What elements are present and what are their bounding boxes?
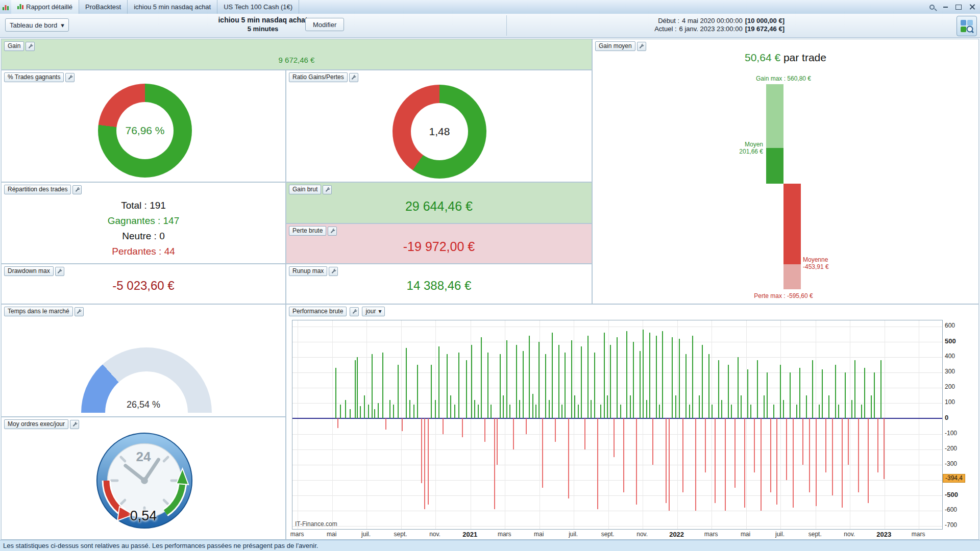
app-icon	[0, 0, 11, 14]
time-in-market-value: 26,54 %	[2, 399, 285, 410]
panel-gainbrut-label: Gain brut	[289, 185, 321, 194]
panel-repartition-header: Répartition des trades	[4, 185, 82, 194]
average-loss-label: Moyenne-453,91 €	[803, 256, 829, 270]
winning-trades-percentage: 76,96 %	[98, 84, 192, 178]
clock-24-badge: 24	[2, 449, 285, 465]
tab-label: US Tech 100 Cash (1€)	[224, 3, 292, 11]
panel-perf-header: Performance brute jour ▾	[289, 307, 385, 316]
average-gain-value: 50,64 €	[745, 52, 780, 63]
wrench-settings-icon[interactable]	[328, 227, 337, 236]
tab-probacktest[interactable]: ProBacktest	[79, 0, 128, 14]
start-label: Début :	[653, 17, 679, 25]
panel-runup-header: Runup max	[289, 266, 338, 276]
performance-x-axis: marsmaijuil.sept.nov.2021marsmaijuil.sep…	[292, 531, 942, 539]
maximize-button[interactable]	[953, 3, 964, 12]
wrench-settings-icon[interactable]	[329, 267, 338, 276]
panel-gain-label: Gain	[4, 41, 24, 51]
panel-perte-brute: Perte brute -19 972,00 €	[286, 223, 592, 264]
panel-repartition-trades: Répartition des trades Total : 191 Gagna…	[1, 182, 286, 264]
wrench-settings-icon[interactable]	[323, 185, 332, 194]
period-select[interactable]: jour ▾	[362, 307, 385, 316]
wrench-settings-icon[interactable]	[26, 42, 35, 51]
panel-runup-label: Runup max	[289, 266, 327, 276]
panel-moyordres-label: Moy ordres exec/jour	[4, 419, 68, 429]
performance-bar-chart: IT-Finance.com	[292, 320, 943, 530]
wrench-settings-icon[interactable]	[350, 307, 359, 316]
current-label: Actuel :	[650, 25, 677, 33]
losing-trades: Perdantes : 44	[2, 244, 285, 259]
panel-moyordres-header: Moy ordres exec/jour	[4, 419, 79, 429]
panel-runup-max: Runup max 14 388,46 €	[286, 264, 592, 304]
start-amount: [10 000,00 €]	[745, 17, 785, 25]
current-value-highlight: -394,4	[943, 474, 965, 483]
neutral-trades: Neutre : 0	[2, 229, 285, 244]
wrench-settings-icon[interactable]	[72, 185, 82, 194]
panel-pertebrute-header: Perte brute	[289, 226, 337, 236]
panel-ratio-gains-pertes: Ratio Gains/Pertes 1,48	[286, 70, 592, 182]
waterfall-average-loss-bar	[783, 184, 801, 264]
panel-pct-header: % Trades gagnants	[4, 72, 75, 82]
average-gain-title: 50,64 € par trade	[593, 52, 978, 64]
performance-y-axis: 6005004003002001000-100-200-300-500-600-…	[945, 305, 976, 540]
wrench-settings-icon[interactable]	[349, 73, 358, 82]
panel-drawdown-max: Drawdown max -5 023,60 €	[1, 264, 286, 304]
panel-gain-brut: Gain brut 29 644,46 €	[286, 182, 592, 223]
watermark: IT-Finance.com	[295, 520, 337, 528]
detach-pin-icon[interactable]	[927, 3, 937, 12]
wrench-settings-icon[interactable]	[637, 42, 646, 51]
max-runup-value: 14 388,46 €	[286, 279, 592, 293]
current-datetime: 6 janv. 2023 23:00:00	[679, 25, 743, 33]
wrench-settings-icon[interactable]	[70, 420, 79, 429]
tab-rapport-detaille[interactable]: Rapport détaillé	[11, 0, 79, 14]
panel-drawdown-label: Drawdown max	[4, 266, 54, 276]
tab-label: Rapport détaillé	[26, 3, 72, 11]
panel-gainbrut-header: Gain brut	[289, 185, 332, 194]
gain-loss-ratio-value: 1,48	[393, 85, 486, 179]
wrench-settings-icon[interactable]	[75, 307, 84, 316]
account-info: Début : 4 mai 2020 00:00:00 [10 000,00 €…	[650, 17, 785, 33]
gain-max-label: Gain max : 560,80 €	[756, 75, 811, 82]
probacktest-window: Rapport détaillé ProBacktest ichiou 5 mi…	[0, 0, 980, 551]
loss-max-label: Perte max : -595,60 €	[754, 292, 813, 299]
panel-temps-marche: Temps dans le marché 26,54 %	[1, 304, 286, 417]
chevron-down-icon: ▾	[378, 308, 381, 315]
dashboard-view-select[interactable]: Tableau de bord ▾	[5, 18, 69, 32]
titlebar-spacer	[299, 0, 927, 14]
trade-repartition-stats: Total : 191 Gagnantes : 147 Neutre : 0 P…	[2, 198, 285, 259]
panel-gain-moyen: Gain moyen 50,64 € par trade Gain max : …	[592, 39, 979, 304]
average-gain-suffix: par trade	[780, 52, 826, 63]
max-drawdown-value: -5 023,60 €	[2, 279, 285, 293]
panel-drawdown-header: Drawdown max	[4, 266, 64, 276]
panel-temps-header: Temps dans le marché	[4, 307, 84, 316]
average-gain-label: Moyen201,66 €	[593, 141, 763, 155]
panel-pct-label: % Trades gagnants	[4, 72, 64, 82]
start-datetime: 4 mai 2020 00:00:00	[682, 17, 743, 25]
status-bar: Les statistiques ci-dessus sont relative…	[0, 540, 980, 551]
panel-temps-label: Temps dans le marché	[4, 307, 73, 316]
gain-value: 9 672,46 €	[2, 56, 592, 64]
period-select-value: jour	[365, 308, 376, 315]
wrench-settings-icon[interactable]	[55, 267, 64, 276]
gross-loss-value: -19 972,00 €	[286, 239, 592, 254]
panel-pct-trades-gagnants: % Trades gagnants 76,96 %	[1, 70, 286, 182]
panel-gainmoyen-label: Gain moyen	[595, 41, 635, 51]
tab-label: ProBacktest	[85, 3, 121, 11]
winning-trades: Gagnantes : 147	[2, 213, 285, 229]
panel-repartition-label: Répartition des trades	[4, 185, 71, 194]
waterfall-loss-max-bar	[783, 264, 801, 289]
toolbar-divider	[506, 15, 507, 36]
current-amount: [19 672,46 €]	[745, 25, 785, 33]
panel-gainmoyen-header: Gain moyen	[595, 41, 646, 51]
window-controls	[927, 0, 980, 14]
tab-strategy[interactable]: ichiou 5 min nasdaq achat	[128, 0, 217, 14]
modify-button[interactable]: Modifier	[305, 18, 344, 31]
dashboard-widget-icon[interactable]	[957, 16, 977, 36]
total-trades: Total : 191	[2, 198, 285, 213]
wrench-settings-icon[interactable]	[65, 73, 75, 82]
tab-instrument[interactable]: US Tech 100 Cash (1€)	[217, 0, 299, 14]
panel-gain-header: Gain	[4, 41, 35, 51]
waterfall-average-gain-bar	[766, 148, 783, 184]
panel-perf-label: Performance brute	[289, 307, 347, 316]
close-button[interactable]	[967, 3, 977, 12]
minimize-button[interactable]	[940, 3, 950, 12]
